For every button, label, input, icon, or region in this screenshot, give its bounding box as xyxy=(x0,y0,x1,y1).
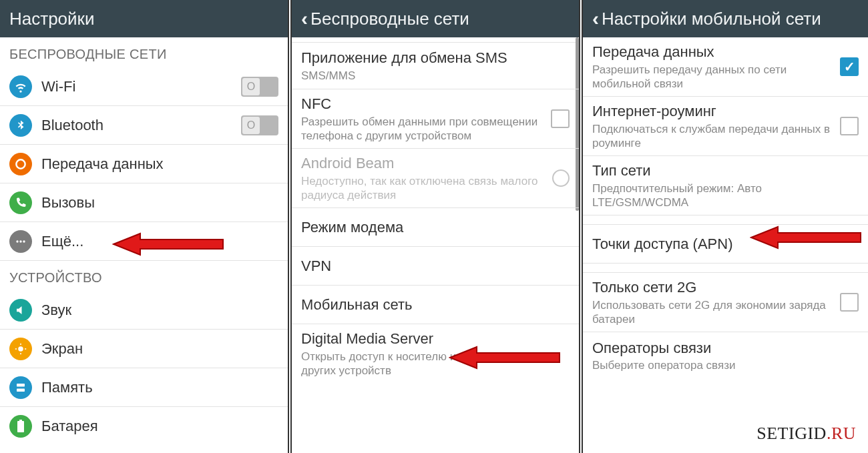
row-dms[interactable]: Digital Media Server Открыть доступ к но… xyxy=(292,324,579,383)
row-title: Только сети 2G xyxy=(592,278,833,297)
row-title: VPN xyxy=(301,257,570,276)
row-label: Память xyxy=(41,378,278,397)
svg-rect-9 xyxy=(17,384,25,387)
back-icon[interactable]: ‹ xyxy=(592,9,599,29)
row-more[interactable]: Ещё... xyxy=(0,222,288,261)
row-nfc[interactable]: NFC Разрешить обмен данными при совмещен… xyxy=(292,89,579,149)
row-roaming[interactable]: Интернет-роуминг Подключаться к службам … xyxy=(583,97,868,156)
section-gap xyxy=(583,215,868,225)
data-checkbox[interactable]: ✓ xyxy=(840,57,859,76)
row-sub: Использовать сети 2G для экономии заряда… xyxy=(592,298,833,327)
row-storage[interactable]: Память xyxy=(0,368,288,407)
mobile-network-panel: ‹ Настройки мобильной сети Передача данн… xyxy=(583,0,868,453)
toggle-knob: O xyxy=(242,78,260,95)
row-title: NFC xyxy=(301,95,544,113)
row-title: Мобильная сеть xyxy=(301,296,570,314)
svg-rect-11 xyxy=(17,421,24,432)
wifi-toggle[interactable]: O xyxy=(241,77,278,97)
header-settings: Настройки xyxy=(0,0,288,37)
row-2g-only[interactable]: Только сети 2G Использовать сети 2G для … xyxy=(583,273,868,332)
header-title: Беспроводные сети xyxy=(310,9,469,29)
svg-rect-12 xyxy=(19,420,22,422)
row-mobile-network[interactable]: Мобильная сеть xyxy=(292,286,579,324)
row-label: Звук xyxy=(41,301,278,320)
watermark: SETIGID.RU xyxy=(756,424,856,444)
wifi-icon xyxy=(9,75,32,98)
row-sub: Открыть доступ к носителю информации для… xyxy=(301,350,570,378)
row-data-enable[interactable]: Передача данных Разрешить передачу данны… xyxy=(583,37,868,97)
roaming-checkbox[interactable] xyxy=(840,117,859,135)
row-sub: Разрешить обмен данными при совмещении т… xyxy=(301,115,544,143)
section-gap xyxy=(583,264,868,273)
row-label: Батарея xyxy=(41,417,278,436)
row-title: Интернет-роуминг xyxy=(592,102,833,121)
svg-point-4 xyxy=(18,346,23,352)
row-data-usage[interactable]: Передача данных xyxy=(0,145,288,183)
row-sub: Разрешить передачу данных по сети мобиль… xyxy=(592,63,833,91)
row-title: Приложение для обмена SMS xyxy=(301,49,570,67)
row-sub: Подключаться к службам передачи данных в… xyxy=(592,122,833,151)
row-label: Bluetooth xyxy=(41,116,241,135)
svg-point-2 xyxy=(19,240,21,242)
nfc-checkbox[interactable] xyxy=(551,109,570,128)
row-sub: Предпочтительный режим: Авто LTE/GSM/WCD… xyxy=(592,181,859,210)
row-title: Digital Media Server xyxy=(301,330,570,348)
spacer xyxy=(292,37,579,43)
section-wireless: БЕСПРОВОДНЫЕ СЕТИ xyxy=(0,37,288,67)
data-usage-icon xyxy=(9,153,32,175)
svg-point-3 xyxy=(23,240,25,242)
row-title: Тип сети xyxy=(592,161,859,180)
row-title: Android Beam xyxy=(301,154,546,173)
row-sub: Недоступно, так как отключена связь мало… xyxy=(301,174,546,203)
row-label: Вызовы xyxy=(41,193,278,212)
row-sound[interactable]: Звук xyxy=(0,291,288,330)
row-bluetooth[interactable]: Bluetooth O xyxy=(0,106,288,145)
more-icon xyxy=(9,230,32,253)
row-label: Передача данных xyxy=(41,155,278,173)
row-label: Wi-Fi xyxy=(41,77,241,96)
header-mobile-network[interactable]: ‹ Настройки мобильной сети xyxy=(583,0,868,37)
row-label: Ещё... xyxy=(41,232,278,251)
row-android-beam: Android Beam Недоступно, так как отключе… xyxy=(292,149,579,208)
beam-radio xyxy=(552,169,570,187)
row-title: Режим модема xyxy=(301,218,570,237)
row-sub: SMS/MMS xyxy=(301,69,570,83)
row-operators[interactable]: Операторы связи Выберите оператора связи xyxy=(583,332,868,379)
bluetooth-toggle[interactable]: O xyxy=(241,115,278,135)
g2-checkbox[interactable] xyxy=(840,293,859,312)
row-sub: Выберите оператора связи xyxy=(592,358,859,372)
row-title: Операторы связи xyxy=(592,339,859,358)
phone-icon xyxy=(9,191,32,214)
header-title: Настройки мобильной сети xyxy=(602,9,821,29)
row-network-type[interactable]: Тип сети Предпочтительный режим: Авто LT… xyxy=(583,156,868,215)
row-screen[interactable]: Экран xyxy=(0,330,288,368)
battery-icon xyxy=(9,415,32,438)
watermark-b: .RU xyxy=(827,424,856,443)
row-tethering[interactable]: Режим модема xyxy=(292,208,579,247)
header-wireless[interactable]: ‹ Беспроводные сети xyxy=(292,0,579,37)
sound-icon xyxy=(9,299,32,322)
svg-point-0 xyxy=(16,159,25,168)
row-sms-app[interactable]: Приложение для обмена SMS SMS/MMS xyxy=(292,43,579,89)
wireless-panel: ‹ Беспроводные сети Приложение для обмен… xyxy=(292,0,579,453)
brightness-icon xyxy=(9,338,32,360)
row-apn[interactable]: Точки доступа (APN) xyxy=(583,225,868,264)
settings-panel: Настройки БЕСПРОВОДНЫЕ СЕТИ Wi-Fi O Blue… xyxy=(0,0,288,453)
svg-point-1 xyxy=(16,240,18,242)
header-title: Настройки xyxy=(9,9,95,29)
bluetooth-icon xyxy=(9,114,32,137)
row-title: Передача данных xyxy=(592,43,833,61)
row-battery[interactable]: Батарея xyxy=(0,407,288,446)
row-vpn[interactable]: VPN xyxy=(292,247,579,286)
section-device: УСТРОЙСТВО xyxy=(0,261,288,291)
svg-rect-10 xyxy=(17,388,25,392)
row-title: Точки доступа (APN) xyxy=(592,235,859,254)
row-wifi[interactable]: Wi-Fi O xyxy=(0,67,288,106)
watermark-a: SETIGID xyxy=(756,424,827,443)
back-icon[interactable]: ‹ xyxy=(301,9,308,29)
storage-icon xyxy=(9,376,32,399)
row-calls[interactable]: Вызовы xyxy=(0,183,288,222)
toggle-knob: O xyxy=(242,117,260,134)
row-label: Экран xyxy=(41,340,278,358)
